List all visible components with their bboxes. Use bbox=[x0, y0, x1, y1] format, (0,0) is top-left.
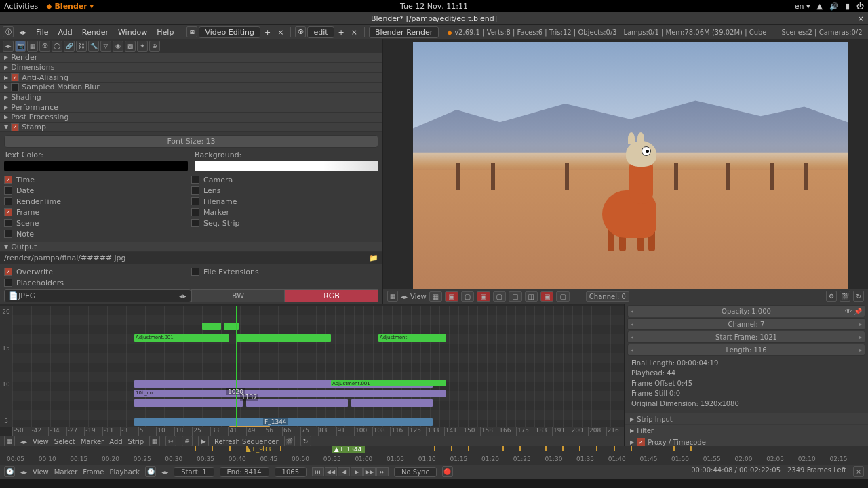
scene-dropdown[interactable]: edit bbox=[307, 26, 334, 38]
menu-help[interactable]: Help bbox=[153, 26, 178, 38]
stamp-opt-filename[interactable]: Filename bbox=[191, 196, 378, 207]
display-icon-2[interactable]: ▢ bbox=[461, 291, 474, 302]
sequencer-tracks[interactable]: 1020 1137 F_1344 Adjustment.001 Adjustme… bbox=[12, 306, 624, 427]
layout-icon[interactable]: ⊞ bbox=[186, 26, 197, 37]
play-reverse-button[interactable]: ◀ bbox=[338, 467, 350, 476]
scene-add-button[interactable]: + bbox=[336, 28, 347, 37]
constraints-tab-icon[interactable]: ⛓ bbox=[76, 41, 87, 52]
menu-window[interactable]: Window bbox=[114, 26, 151, 38]
current-frame-field[interactable]: 1065 bbox=[275, 467, 307, 477]
seq-editor-icon[interactable]: ▦ bbox=[4, 436, 15, 446]
display-icon-8[interactable]: ▢ bbox=[556, 291, 569, 302]
layout-add-button[interactable]: + bbox=[262, 28, 273, 37]
stamp-opt-note[interactable]: Note bbox=[4, 228, 191, 239]
stamp-opt-camera[interactable]: Camera bbox=[191, 174, 378, 185]
display-icon-5[interactable]: ◫ bbox=[509, 291, 521, 302]
display-icon-6[interactable]: ◫ bbox=[525, 291, 538, 302]
strip-adjustment-3[interactable]: Adjustment bbox=[378, 334, 446, 342]
strip-video-4[interactable] bbox=[246, 399, 348, 407]
current-frame-marker[interactable]: ▲ F 1344 bbox=[332, 446, 365, 453]
bw-toggle[interactable]: BW bbox=[191, 289, 285, 302]
strip-video-5[interactable] bbox=[351, 399, 433, 407]
material-tab-icon[interactable]: ◉ bbox=[113, 41, 123, 52]
seq-clapper-icon[interactable]: 🎬 bbox=[284, 436, 295, 446]
tl-menu-playback[interactable]: Playback bbox=[110, 468, 140, 476]
strip-adjustment-1[interactable]: Adjustment.001 bbox=[134, 334, 229, 342]
object-tab-icon[interactable]: 🔗 bbox=[64, 41, 75, 52]
range-toggle-icon[interactable]: ◂▸ bbox=[161, 468, 168, 476]
chevron-icon[interactable]: ◂▸ bbox=[20, 438, 27, 445]
next-keyframe-button[interactable]: ▶▶ bbox=[363, 467, 376, 476]
modifiers-tab-icon[interactable]: 🔧 bbox=[88, 41, 99, 52]
seq-tool-icon-2[interactable]: ⊕ bbox=[182, 436, 193, 446]
tl-menu-frame[interactable]: Frame bbox=[83, 468, 104, 476]
chevron-icon[interactable]: ◂▸ bbox=[20, 468, 27, 476]
layout-dropdown[interactable]: Video Editing bbox=[199, 26, 260, 38]
stamp-opt-rendertime[interactable]: RenderTime bbox=[4, 196, 191, 207]
layers-tab-icon[interactable]: ▦ bbox=[27, 41, 38, 52]
stamp-opt-frame[interactable]: ✓Frame bbox=[4, 207, 191, 218]
engine-dropdown[interactable]: Blender Render bbox=[369, 26, 439, 38]
file-extensions-checkbox[interactable]: File Extensions bbox=[191, 266, 378, 277]
scene-tab-icon[interactable]: ⦿ bbox=[39, 41, 50, 52]
seq-menu-strip[interactable]: Strip bbox=[128, 438, 144, 445]
section-render[interactable]: ▶Render bbox=[0, 53, 382, 63]
refresh-sequencer-button[interactable]: Refresh Sequencer bbox=[214, 438, 278, 445]
stamp-opt-time[interactable]: ✓Time bbox=[4, 174, 191, 185]
app-indicator[interactable]: ◆ Blender ▾ bbox=[46, 2, 94, 11]
volume-icon[interactable]: 🔊 bbox=[829, 2, 839, 11]
seq-menu-marker[interactable]: Marker bbox=[81, 438, 104, 445]
seq-refresh-icon[interactable]: ↻ bbox=[300, 436, 311, 446]
expand-icon[interactable]: ◂▸ bbox=[3, 41, 14, 52]
close-icon[interactable]: × bbox=[853, 466, 864, 477]
length-field[interactable]: ◂▸Length: 116 bbox=[627, 344, 865, 356]
seq-menu-view[interactable]: View bbox=[33, 438, 49, 445]
stamp-opt-scene[interactable]: Scene bbox=[4, 218, 191, 228]
seq-menu-add[interactable]: Add bbox=[109, 438, 122, 445]
seq-display-icon[interactable]: ▦ bbox=[149, 436, 160, 446]
particles-tab-icon[interactable]: ✦ bbox=[137, 41, 148, 52]
section-output[interactable]: ▼Output bbox=[0, 242, 382, 252]
jump-start-button[interactable]: ⏮ bbox=[312, 467, 324, 476]
scene-remove-button[interactable]: × bbox=[349, 28, 360, 37]
playhead[interactable] bbox=[236, 306, 237, 427]
physics-tab-icon[interactable]: ⊕ bbox=[149, 41, 160, 52]
channel-field[interactable]: Channel: 0 bbox=[586, 291, 629, 302]
output-path-field[interactable]: /render/pampa/final/#####.jpg bbox=[4, 253, 126, 262]
overwrite-checkbox[interactable]: ✓Overwrite bbox=[4, 266, 191, 277]
tl-menu-view[interactable]: View bbox=[33, 468, 49, 476]
menu-file[interactable]: File bbox=[32, 26, 52, 38]
start-frame-field[interactable]: Start: 1 bbox=[174, 467, 214, 477]
section-post-processing[interactable]: ▶Post Processing bbox=[0, 113, 382, 123]
lang-indicator[interactable]: en ▾ bbox=[795, 2, 810, 11]
font-size-field[interactable]: Font Size: 13 bbox=[4, 135, 378, 148]
play-button[interactable]: ▶ bbox=[351, 467, 363, 476]
sync-dropdown[interactable]: No Sync bbox=[394, 467, 437, 477]
seq-menu-select[interactable]: Select bbox=[54, 438, 75, 445]
folder-browse-icon[interactable]: 📁 bbox=[369, 253, 378, 262]
jump-end-button[interactable]: ⏭ bbox=[376, 467, 389, 476]
section-sampled-motion-blur[interactable]: ▶Sampled Motion Blur bbox=[0, 83, 382, 93]
sequencer[interactable]: 2015105 1020 1137 F_1344 Adjustment.001 … bbox=[0, 304, 624, 446]
rgb-toggle[interactable]: RGB bbox=[285, 289, 378, 302]
power-icon[interactable]: ⏻ bbox=[856, 2, 864, 11]
refresh-icon[interactable]: ↻ bbox=[853, 291, 864, 302]
strip-video-3[interactable] bbox=[134, 399, 243, 407]
strip-adjustment-4[interactable]: Adjustment.001 bbox=[331, 380, 446, 386]
channel-field[interactable]: ◂▸Channel: 7 bbox=[627, 318, 865, 330]
prev-keyframe-button[interactable]: ◀◀ bbox=[325, 467, 337, 476]
menu-add[interactable]: Add bbox=[54, 26, 76, 38]
strip-green-small-1[interactable] bbox=[202, 323, 221, 330]
clapper-icon[interactable]: 🎬 bbox=[840, 291, 850, 302]
section-performance[interactable]: ▶Performance bbox=[0, 102, 382, 113]
chevron-icon[interactable]: ◂▸ bbox=[401, 293, 408, 300]
display-icon-1[interactable]: ▣ bbox=[445, 291, 458, 302]
seq-tool-icon-1[interactable]: ✂ bbox=[165, 436, 176, 446]
tl-menu-marker[interactable]: Marker bbox=[54, 468, 78, 476]
layout-remove-button[interactable]: × bbox=[275, 28, 286, 37]
section-anti-aliasing[interactable]: ▶✓Anti-Aliasing bbox=[0, 73, 382, 83]
section-filter[interactable]: ▶Filter bbox=[625, 425, 868, 436]
section-shading[interactable]: ▶Shading bbox=[0, 93, 382, 103]
opacity-field[interactable]: ◂▸Opacity: 1.000👁 📌 bbox=[627, 305, 865, 317]
strip-adjustment-2[interactable] bbox=[236, 334, 331, 342]
